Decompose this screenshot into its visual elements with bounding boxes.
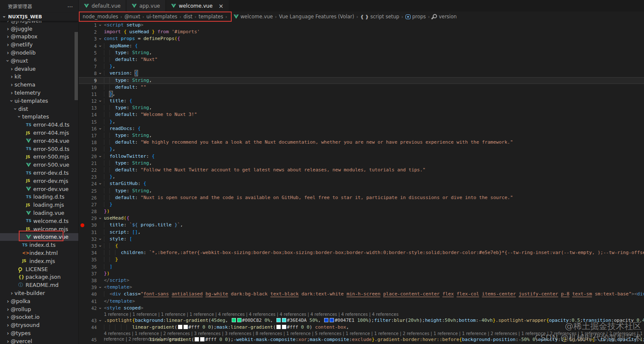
- breakpoint-gutter[interactable]: [79, 215, 86, 222]
- breakpoint-gutter[interactable]: [79, 77, 86, 84]
- project-section-header[interactable]: › NUXTJS_WEB: [0, 13, 78, 21]
- code-line-10[interactable]: 10 default: "": [79, 84, 644, 91]
- fold-chevron-icon[interactable]: ›: [97, 70, 104, 77]
- breakpoint-gutter[interactable]: [79, 91, 86, 98]
- code-line-19[interactable]: 19 },: [79, 146, 644, 153]
- color-swatch[interactable]: [178, 325, 182, 329]
- code-editor[interactable]: 1›<script setup>2import { useHead } from…: [79, 22, 644, 344]
- code-line-22[interactable]: 22 default: "Follow the Nuxt Twitter acc…: [79, 167, 644, 173]
- breakpoint-gutter[interactable]: [79, 180, 86, 187]
- breakpoint-gutter[interactable]: [79, 284, 86, 291]
- color-swatch[interactable]: [200, 337, 204, 341]
- tree-item-schema[interactable]: ›schema: [0, 81, 78, 89]
- breakpoint-gutter[interactable]: [79, 236, 86, 243]
- tree-item-@socket.io[interactable]: ›@socket.io: [0, 313, 78, 321]
- breakpoint-gutter[interactable]: [79, 208, 86, 215]
- code-line-7[interactable]: 7 },: [79, 63, 644, 70]
- breakpoint-gutter[interactable]: [79, 70, 86, 77]
- breadcrumb-item-version[interactable]: version: [432, 14, 457, 20]
- breakpoint-gutter[interactable]: [79, 119, 86, 125]
- color-swatch[interactable]: [237, 318, 242, 322]
- tree-item-@netlify[interactable]: ›@netlify: [0, 40, 78, 49]
- codelens-references[interactable]: 1 reference | 1 reference | 1 reference …: [79, 312, 644, 317]
- tree-item-package.json[interactable]: {}package.json: [0, 273, 78, 281]
- breakpoint-gutter[interactable]: [79, 291, 86, 298]
- breakpoint-gutter[interactable]: [79, 29, 86, 35]
- fold-chevron-icon[interactable]: ›: [97, 125, 104, 132]
- code-line-21[interactable]: 21 type: String,: [79, 160, 644, 167]
- code-line-6[interactable]: 6 default: "Nuxt": [79, 56, 644, 63]
- fold-chevron-icon[interactable]: ›: [97, 98, 104, 104]
- code-line-29[interactable]: 29›useHead({: [79, 215, 644, 222]
- code-line-11[interactable]: 11 },: [79, 91, 644, 98]
- breakpoint-gutter[interactable]: [79, 111, 86, 118]
- code-line-4[interactable]: 4› appName: {: [79, 43, 644, 49]
- tree-item-dist[interactable]: ›dist: [0, 105, 78, 113]
- code-line-38[interactable]: 38</script>: [79, 277, 644, 284]
- code-line-2[interactable]: 2import { useHead } from '#imports': [79, 29, 644, 35]
- breakpoint-gutter[interactable]: [79, 194, 86, 201]
- code-line-41[interactable]: 41</template>: [79, 298, 644, 305]
- breakpoint-gutter[interactable]: [79, 222, 86, 228]
- tree-item-telemetry[interactable]: ›telemetry: [0, 89, 78, 97]
- code-line-16[interactable]: 16› readDocs: {: [79, 125, 644, 132]
- breadcrumb-item-dist[interactable]: dist: [184, 14, 193, 20]
- code-line-12[interactable]: 12› title: {: [79, 98, 644, 104]
- tree-item-error-500.vue[interactable]: error-500.vue: [0, 161, 78, 169]
- fold-chevron-icon[interactable]: ›: [97, 236, 104, 243]
- tree-item-vite-builder[interactable]: ›vite-builder: [0, 289, 78, 297]
- breakpoint-gutter[interactable]: [79, 125, 86, 132]
- codelens-references[interactable]: 4 references | 1 reference | 2 reference…: [79, 331, 644, 336]
- tree-item-loading.mjs[interactable]: JSloading.mjs: [0, 201, 78, 209]
- fold-chevron-icon[interactable]: ›: [97, 243, 104, 249]
- code-line-15[interactable]: 15 },: [79, 119, 644, 125]
- code-line-17[interactable]: 17 type: String,: [79, 132, 644, 139]
- breakpoint-gutter[interactable]: [79, 270, 86, 277]
- breadcrumb-item-@nuxt[interactable]: @nuxt: [124, 14, 140, 20]
- breakpoint-gutter[interactable]: [79, 98, 86, 104]
- tree-item-LICENSE[interactable]: LICENSE: [0, 265, 78, 273]
- code-line-20[interactable]: 20› followTwitter: {: [79, 153, 644, 160]
- fold-chevron-icon[interactable]: ›: [97, 35, 104, 42]
- tree-item-@rollup[interactable]: ›@rollup: [0, 305, 78, 313]
- color-swatch[interactable]: [184, 325, 188, 329]
- breakpoint-gutter[interactable]: [79, 173, 86, 180]
- breakpoint-gutter[interactable]: [79, 229, 86, 236]
- color-swatch[interactable]: [276, 318, 281, 322]
- color-swatch[interactable]: [232, 318, 236, 322]
- tree-item-@nuxt[interactable]: ›@nuxt: [0, 57, 78, 65]
- tree-item-index.mjs[interactable]: JSindex.mjs: [0, 257, 78, 265]
- code-line-30[interactable]: 30 title: `${ props.title }`,: [79, 222, 644, 228]
- fold-chevron-icon[interactable]: ›: [97, 215, 104, 222]
- breakpoint-gutter[interactable]: [79, 298, 86, 305]
- tree-item-@nodelib[interactable]: ›@nodelib: [0, 49, 78, 57]
- code-line-18[interactable]: 18 default: "We highly recommend you tak…: [79, 139, 644, 146]
- color-swatch[interactable]: [276, 325, 281, 329]
- code-line-37[interactable]: 37}): [79, 270, 644, 277]
- sidebar-scrollbar[interactable]: [75, 32, 78, 100]
- tab-welcome.vue[interactable]: welcome.vue×: [166, 0, 230, 12]
- code-line-27[interactable]: 27 }: [79, 201, 644, 208]
- close-icon[interactable]: ×: [218, 3, 224, 9]
- tree-item-loading.vue[interactable]: loading.vue: [0, 209, 78, 217]
- fold-chevron-icon[interactable]: ›: [97, 305, 104, 312]
- color-swatch[interactable]: [282, 318, 286, 322]
- tab-app.vue[interactable]: app.vue: [126, 0, 166, 12]
- tree-item-welcome.d.ts[interactable]: TSwelcome.d.ts: [0, 217, 78, 225]
- tree-item-error-404.vue[interactable]: error-404.vue: [0, 137, 78, 145]
- breakpoint-gutter[interactable]: [79, 256, 86, 263]
- tree-item-error-404.mjs[interactable]: JSerror-404.mjs: [0, 129, 78, 137]
- tree-item-@vercel[interactable]: ›@vercel: [0, 337, 78, 344]
- tree-item-loading.d.ts[interactable]: TSloading.d.ts: [0, 193, 78, 201]
- breakpoint-gutter[interactable]: [79, 160, 86, 167]
- color-swatch[interactable]: [195, 337, 199, 341]
- breakpoint-gutter[interactable]: [79, 146, 86, 153]
- code-line-26[interactable]: 26 default: "Nuxt is open source and the…: [79, 194, 644, 201]
- code-line-5[interactable]: 5 type: String,: [79, 49, 644, 56]
- tree-item-error-dev.d.ts[interactable]: TSerror-dev.d.ts: [0, 169, 78, 177]
- tree-item-welcome.vue[interactable]: welcome.vue: [0, 233, 78, 241]
- tree-item-kit[interactable]: ›kit: [0, 73, 78, 81]
- code-line-44[interactable]: 44 linear-gradient(#fff 0 0);mask:linear…: [79, 324, 644, 331]
- breakpoint-gutter[interactable]: [79, 49, 86, 56]
- code-line-40[interactable]: 40 <div class="font-sans antialiased bg-…: [79, 291, 644, 298]
